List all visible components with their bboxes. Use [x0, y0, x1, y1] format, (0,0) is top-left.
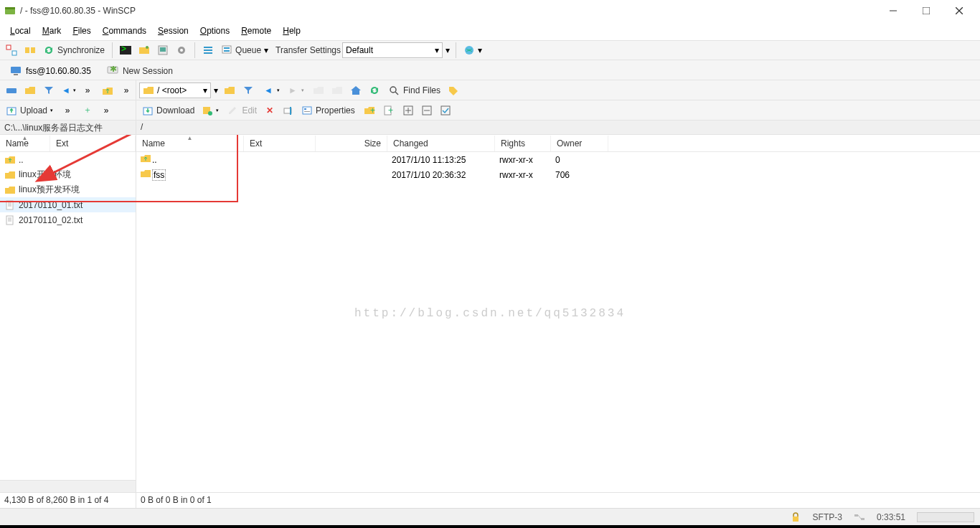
close-button[interactable]: [943, 0, 976, 22]
menu-mark[interactable]: Mark: [38, 24, 66, 37]
local-overflow[interactable]: »: [79, 82, 96, 99]
edit-button[interactable]: Edit: [225, 102, 260, 119]
local-overflow2[interactable]: »: [118, 82, 135, 99]
console-icon: >: [120, 44, 131, 56]
remote-col-name[interactable]: Name ▲: [136, 136, 244, 151]
chevron-down-icon[interactable]: ▾: [212, 85, 220, 95]
check-box-icon: [440, 105, 451, 116]
list-item[interactable]: linux开发环境: [0, 167, 136, 182]
local-col-name[interactable]: Name ▲: [0, 136, 50, 151]
list-item[interactable]: ..: [0, 152, 136, 167]
local-plus-button[interactable]: ＋: [79, 102, 96, 119]
local-drive-button[interactable]: [3, 82, 20, 99]
remote-forward-button[interactable]: ► ▾: [284, 82, 307, 99]
svg-rect-38: [303, 107, 311, 114]
preferences-button[interactable]: [173, 42, 190, 59]
remote-file-list[interactable]: .. 2017/1/10 11:13:25 rwxr-xr-x 0 fss 20…: [136, 152, 980, 492]
find-files-button[interactable]: Find Files: [386, 82, 443, 99]
menu-remote[interactable]: Remote: [237, 24, 275, 37]
menu-options[interactable]: Options: [196, 24, 234, 37]
remote-home-button[interactable]: [347, 82, 364, 99]
check-button[interactable]: [437, 102, 454, 119]
remote-col-size[interactable]: Size: [316, 136, 387, 151]
explorer-button[interactable]: [136, 42, 153, 59]
menu-session[interactable]: Session: [154, 24, 193, 37]
svg-text:✱: ✱: [110, 66, 117, 74]
transfer-settings-combo[interactable]: Default ▾: [342, 42, 443, 58]
session-tab-active[interactable]: fss@10.60.80.35: [3, 62, 98, 80]
new-file-button[interactable]: +: [380, 102, 397, 119]
putty-button[interactable]: [154, 42, 171, 59]
local-filter-button[interactable]: [40, 82, 57, 99]
folder-up-icon: [4, 154, 16, 166]
local-overflow3[interactable]: »: [59, 102, 76, 119]
local-back-button[interactable]: ◄▾: [60, 82, 77, 99]
remote-extra-button[interactable]: [445, 82, 462, 99]
list-item[interactable]: linux预开发环境: [0, 182, 136, 197]
svg-line-31: [395, 92, 398, 95]
rename-button[interactable]: [280, 102, 297, 119]
statusbar: 4,130 B of 8,260 B in 1 of 4 0 B of 0 B …: [0, 492, 980, 508]
minimize-button[interactable]: [877, 0, 910, 22]
separator: [112, 42, 113, 58]
remote-col-owner[interactable]: Owner: [551, 136, 608, 151]
local-file-list[interactable]: .. linux开发环境 linux预开发环境 20170110_01.txt …: [0, 152, 136, 480]
menu-commands[interactable]: Commands: [98, 24, 151, 37]
list-item[interactable]: .. 2017/1/10 11:13:25 rwxr-xr-x 0: [136, 152, 980, 167]
delete-button[interactable]: ✕: [261, 102, 278, 119]
local-overflow4[interactable]: »: [98, 102, 115, 119]
svg-text:>: >: [121, 44, 126, 54]
queue-icon: [221, 44, 232, 56]
chevron-down-icon[interactable]: ▾: [444, 45, 451, 55]
remote-path: /: [136, 121, 980, 134]
download-button[interactable]: Download: [139, 102, 197, 119]
svg-rect-54: [6, 216, 13, 225]
remote-back-button[interactable]: ◄ ▾: [260, 82, 283, 99]
queue-list-button[interactable]: [199, 42, 217, 59]
remote-col-ext[interactable]: Ext: [244, 136, 316, 151]
local-open-button[interactable]: [22, 82, 39, 99]
remote-col-changed[interactable]: Changed: [387, 136, 495, 151]
list-item[interactable]: 20170110_02.txt: [0, 212, 136, 227]
compare-button[interactable]: [3, 42, 20, 59]
remote-folder1-button[interactable]: [310, 82, 327, 99]
local-parent-button[interactable]: [99, 82, 116, 99]
list-item-selected[interactable]: 20170110_01.txt: [0, 197, 136, 212]
download-menu-button[interactable]: ▾: [199, 102, 222, 119]
remote-folder2-button[interactable]: [329, 82, 346, 99]
synchronize-button[interactable]: Synchronize: [40, 42, 108, 59]
remote-open-button[interactable]: [221, 82, 238, 99]
separator: [456, 42, 456, 58]
remote-col-rights[interactable]: Rights: [495, 136, 551, 151]
sync-browse-button[interactable]: [22, 42, 39, 59]
local-col-ext[interactable]: Ext: [50, 136, 136, 151]
list-item[interactable]: fss 2017/1/10 20:36:32 rwxr-xr-x 706: [136, 167, 980, 182]
local-nav: ◄▾ » »: [0, 80, 136, 100]
remote-root-selector[interactable]: / <root> ▾: [139, 82, 211, 98]
chevron-down-icon: ▾: [478, 45, 482, 55]
properties-button[interactable]: Properties: [298, 102, 358, 119]
new-folder-button[interactable]: +: [361, 102, 378, 119]
elapsed-time: 0:33:51: [877, 512, 905, 522]
maximize-button[interactable]: [910, 0, 943, 22]
upload-button[interactable]: Upload ▾: [3, 102, 56, 119]
local-scrollbar-h[interactable]: [0, 480, 136, 492]
console-button[interactable]: >: [117, 42, 134, 59]
menu-help[interactable]: Help: [278, 24, 305, 37]
text-file-icon: [4, 199, 16, 211]
sync-browse-icon: [24, 44, 36, 56]
svg-rect-9: [31, 47, 35, 53]
svg-point-13: [146, 46, 149, 49]
globe-button[interactable]: ▾: [461, 42, 485, 59]
new-session-tab[interactable]: ✱ New Session: [100, 62, 180, 80]
queue-button[interactable]: Queue ▾: [218, 42, 271, 59]
search-icon: [389, 85, 400, 96]
bottom-bar: SFTP-3 0:33:51: [0, 508, 980, 525]
remote-refresh-button[interactable]: [366, 82, 383, 99]
filter-icon: [43, 85, 55, 96]
expand-button[interactable]: [400, 102, 417, 119]
remote-filter-button[interactable]: [240, 82, 257, 99]
menu-files[interactable]: Files: [68, 24, 95, 37]
collapse-button[interactable]: [418, 102, 435, 119]
menu-local[interactable]: Local: [6, 24, 35, 37]
